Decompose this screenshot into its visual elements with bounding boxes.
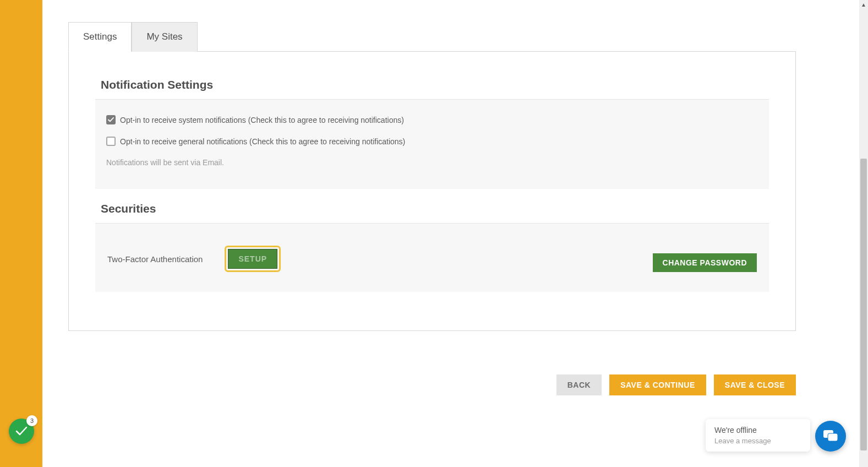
- tabs: Settings My Sites: [68, 22, 796, 52]
- sidebar: [0, 0, 42, 467]
- opt-in-system-row: Opt-in to receive system notifications (…: [106, 115, 758, 124]
- securities-heading: Securities: [101, 202, 763, 215]
- badge-count: 3: [26, 415, 37, 426]
- change-password-button[interactable]: CHANGE PASSWORD: [653, 253, 757, 272]
- securities-box: Two-Factor Authentication SETUP CHANGE P…: [95, 224, 769, 292]
- two-factor-label: Two-Factor Authentication: [107, 254, 203, 264]
- success-badge[interactable]: 3: [9, 419, 34, 444]
- scrollbar-up-arrow-icon[interactable]: ▲: [859, 0, 868, 9]
- save-continue-button[interactable]: SAVE & CONTINUE: [609, 374, 706, 395]
- opt-in-general-label: Opt-in to receive general notifications …: [120, 137, 405, 146]
- chat-status: We're offline: [714, 426, 801, 435]
- chat-card[interactable]: We're offline Leave a message: [706, 419, 810, 452]
- check-icon: [108, 117, 114, 122]
- chat-subtitle: Leave a message: [714, 437, 801, 445]
- setup-button[interactable]: SETUP: [228, 249, 277, 269]
- footer-buttons: BACK SAVE & CONTINUE SAVE & CLOSE: [68, 374, 796, 395]
- opt-in-general-row: Opt-in to receive general notifications …: [106, 137, 758, 146]
- notifications-note: Notifications will be sent via Email.: [106, 158, 758, 167]
- notification-settings-heading: Notification Settings: [101, 78, 763, 91]
- chat-icon: [823, 430, 838, 443]
- svg-rect-1: [828, 433, 838, 441]
- main-content: Settings My Sites Notification Settings …: [42, 0, 868, 467]
- scrollbar-thumb[interactable]: [860, 159, 867, 450]
- setup-highlight: SETUP: [225, 246, 281, 272]
- back-button[interactable]: BACK: [556, 374, 602, 395]
- notification-settings-box: Opt-in to receive system notifications (…: [95, 100, 769, 189]
- opt-in-system-label: Opt-in to receive system notifications (…: [120, 116, 404, 124]
- save-close-button[interactable]: SAVE & CLOSE: [714, 374, 796, 395]
- opt-in-system-checkbox[interactable]: [106, 115, 116, 124]
- tab-settings[interactable]: Settings: [68, 22, 132, 52]
- tab-body: Notification Settings Opt-in to receive …: [68, 51, 796, 331]
- opt-in-general-checkbox[interactable]: [106, 137, 116, 146]
- check-icon: [15, 426, 28, 436]
- tab-my-sites[interactable]: My Sites: [132, 22, 197, 52]
- settings-panel: Settings My Sites Notification Settings …: [68, 22, 796, 331]
- chat-bubble-button[interactable]: [815, 421, 846, 452]
